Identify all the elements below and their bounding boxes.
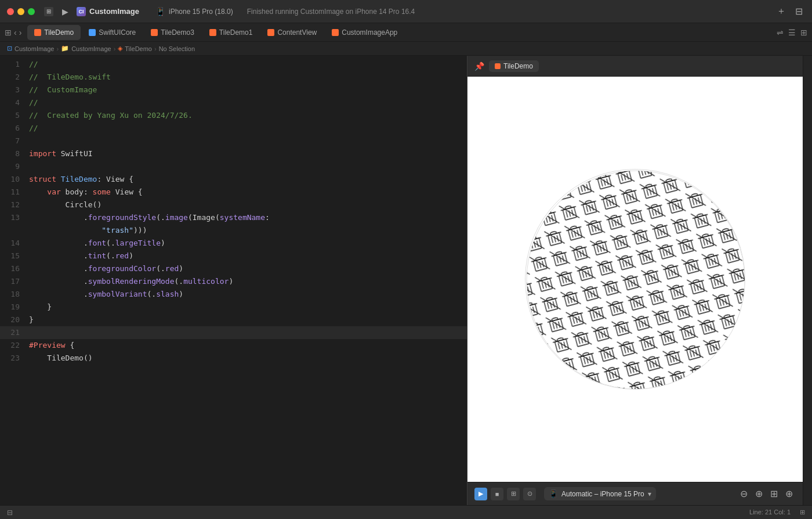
- preview-tab-label: TileDemo: [503, 62, 533, 70]
- zoom-controls: ⊖ ⊕ ⊞ ⊕: [737, 487, 796, 501]
- add-button[interactable]: ＋: [774, 4, 788, 19]
- zoom-fit-button[interactable]: ⊞: [767, 487, 781, 501]
- code-line-23: 23 TileDemo(): [0, 352, 467, 365]
- code-line-12: 12 Circle(): [0, 199, 467, 211]
- tab-contentview[interactable]: ContentView: [260, 25, 324, 40]
- status-left: ⊟: [7, 509, 13, 517]
- code-line-19: 19 }: [0, 301, 467, 313]
- tab-bar: ⊞ ‹ › TileDemo SwiftUICore TileDemo3 Til…: [0, 23, 812, 42]
- project-icon: CI: [77, 7, 86, 16]
- code-line-16: 16 .foregroundColor(.red): [0, 262, 467, 275]
- swift-icon: [151, 29, 158, 36]
- title-bar-actions: ＋ ⊟: [774, 4, 805, 19]
- maximize-button[interactable]: [28, 8, 35, 15]
- swift-icon: [34, 29, 41, 36]
- sidebar-toggle-icon[interactable]: ⊞: [44, 7, 53, 16]
- tab-customimageapp[interactable]: CustomImageApp: [325, 25, 404, 40]
- device-icon: 📱: [549, 489, 558, 498]
- breadcrumb-selection[interactable]: No Selection: [159, 45, 195, 52]
- swift-icon: [332, 29, 339, 36]
- code-line-13: 13 .foregroundStyle(.image(Image(systemN…: [0, 211, 467, 224]
- folder-icon: 📁: [61, 45, 69, 52]
- chevron-down-icon: ▾: [648, 490, 651, 498]
- code-line-18: 18 .symbolVariant(.slash): [0, 288, 467, 301]
- project-title: CI CustomImage: [77, 7, 139, 16]
- code-line-9: 9: [0, 160, 467, 173]
- status-message: Finished running CustomImage on iPhone 1…: [247, 8, 770, 16]
- project-icon-small: ⊡: [7, 45, 12, 52]
- preview-content: .ti { fill: none; stroke: #1a1a1a; strok…: [467, 77, 803, 482]
- code-line-7: 7: [0, 135, 467, 147]
- breadcrumb-sep: ›: [114, 45, 116, 52]
- code-line-10: 10 struct TileDemo: View {: [0, 173, 467, 186]
- preview-panel: 📌 TileDemo: [467, 56, 803, 505]
- forward-button[interactable]: ›: [19, 28, 22, 37]
- code-line-21: 21: [0, 326, 467, 339]
- swift-icon: [267, 29, 274, 36]
- code-line-13b: "trash"))): [0, 224, 467, 237]
- layout-icon[interactable]: ⊞: [800, 509, 805, 516]
- swift-icon: [495, 63, 501, 69]
- zoom-in-button[interactable]: ⊕: [782, 487, 796, 501]
- breadcrumb-file[interactable]: TileDemo: [125, 45, 152, 52]
- breadcrumb-sep: ›: [56, 45, 59, 52]
- breadcrumb-project[interactable]: CustomImage: [14, 45, 54, 52]
- back-button[interactable]: ‹: [14, 28, 17, 37]
- device-selector[interactable]: 📱 iPhone 15 Pro (18.0): [155, 7, 233, 16]
- title-bar: ⊞ ▶ CI CustomImage 📱 iPhone 15 Pro (18.0…: [0, 0, 812, 23]
- code-line-17: 17 .symbolRenderingMode(.multicolor): [0, 275, 467, 288]
- device-selector-label: Automatic – iPhone 15 Pro: [561, 490, 644, 498]
- zoom-out-button[interactable]: ⊖: [737, 487, 751, 501]
- tab-tiledemo1[interactable]: TileDemo1: [202, 25, 260, 40]
- minimize-button[interactable]: [17, 8, 24, 15]
- device-icon: 📱: [155, 7, 165, 16]
- status-bar: ⊟ Line: 21 Col: 1 ⊞: [0, 505, 812, 519]
- editor-options-icon[interactable]: ☰: [788, 28, 796, 37]
- device-selector[interactable]: 📱 Automatic – iPhone 15 Pro ▾: [544, 487, 656, 500]
- preview-footer: ▶ ■ ⊞ ⊙ 📱 Automatic – iPhone 15 Pro ▾ ⊖ …: [467, 482, 803, 505]
- zoom-reset-button[interactable]: ⊕: [752, 487, 766, 501]
- traffic-lights[interactable]: [7, 8, 35, 15]
- pin-button[interactable]: 📌: [474, 62, 484, 71]
- preview-tab[interactable]: TileDemo: [489, 60, 539, 72]
- main-layout: 1 // 2 // TileDemo.swift 3 // CustomImag…: [0, 56, 812, 505]
- breadcrumb: ⊡ CustomImage › 📁 CustomImage › ◈ TileDe…: [0, 42, 812, 56]
- layout-button[interactable]: ⊟: [793, 5, 805, 18]
- status-right: Line: 21 Col: 1 ⊞: [749, 509, 805, 516]
- code-line-6: 6 //: [0, 122, 467, 135]
- split-editor-icon[interactable]: ⇌: [777, 28, 784, 37]
- code-line-1: 1 //: [0, 58, 467, 71]
- grid-icon[interactable]: ⊞: [5, 28, 12, 37]
- grid-preview-button[interactable]: ⊞: [507, 488, 520, 500]
- tab-bar-right: ⇌ ☰ ⊞: [777, 28, 807, 37]
- code-line-11: 11 var body: some View {: [0, 186, 467, 199]
- code-editor[interactable]: 1 // 2 // TileDemo.swift 3 // CustomImag…: [0, 56, 467, 505]
- right-sidebar-scrollbar[interactable]: [803, 56, 812, 505]
- breadcrumb-sep: ›: [154, 45, 157, 52]
- play-button[interactable]: ▶: [58, 5, 72, 19]
- swift-icon-small: ◈: [118, 45, 122, 52]
- circle-preview: .ti { fill: none; stroke: #1a1a1a; strok…: [525, 169, 745, 390]
- nav-buttons: ⊞ ‹ ›: [5, 28, 21, 37]
- preview-toolbar: 📌 TileDemo: [467, 56, 803, 77]
- code-line-5: 5 // Created by Yang Xu on 2024/7/26.: [0, 109, 467, 122]
- code-line-4: 4 //: [0, 96, 467, 109]
- play-preview-button[interactable]: ▶: [474, 488, 487, 500]
- tab-tiledemo3[interactable]: TileDemo3: [144, 25, 201, 40]
- tab-swiftuicore[interactable]: SwiftUICore: [82, 25, 143, 40]
- code-line-3: 3 // CustomImage: [0, 84, 467, 96]
- inspect-preview-button[interactable]: ⊙: [523, 488, 536, 500]
- editor-layout-icon[interactable]: ⊞: [800, 28, 807, 37]
- code-line-22: 22 #Preview {: [0, 339, 467, 352]
- circle-pattern-svg: .ti { fill: none; stroke: #1a1a1a; strok…: [525, 170, 745, 390]
- code-line-8: 8 import SwiftUI: [0, 147, 467, 160]
- breadcrumb-folder[interactable]: CustomImage: [71, 45, 111, 52]
- code-line-20: 20 }: [0, 313, 467, 326]
- cursor-position: Line: 21 Col: 1: [749, 509, 791, 516]
- close-button[interactable]: [7, 8, 14, 15]
- swift-icon: [89, 29, 96, 36]
- code-line-15: 15 .tint(.red): [0, 250, 467, 262]
- swift-icon: [209, 29, 216, 36]
- pause-preview-button[interactable]: ■: [491, 488, 503, 500]
- tab-tiledemo[interactable]: TileDemo: [27, 25, 81, 40]
